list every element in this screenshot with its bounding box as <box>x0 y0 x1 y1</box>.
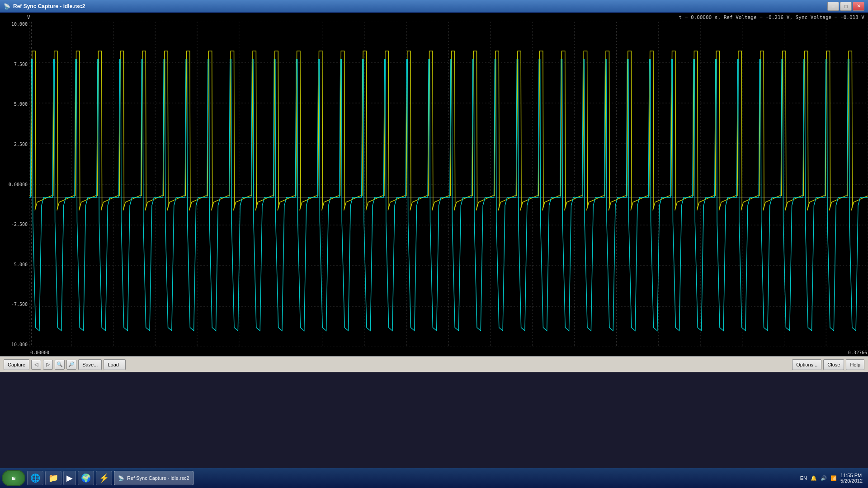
taskbar-right: EN 🔔 🔊 📶 11:55 PM 5/20/2012 <box>800 473 866 483</box>
active-app-label: Ref Sync Capture - idle.rsc2 <box>127 475 189 481</box>
y-min-label: -10.000 <box>9 342 28 347</box>
chrome-icon: 🌍 <box>81 473 91 483</box>
volume-icon: 🔊 <box>821 475 827 481</box>
y-label-n7_5: -7.500 <box>11 302 28 307</box>
maximize-button[interactable]: □ <box>840 2 852 11</box>
active-app-icon: 📡 <box>118 475 124 481</box>
taskbar-explorer-button[interactable]: 📁 <box>45 471 61 485</box>
language-indicator: EN <box>800 475 807 481</box>
zoom-in-mag-button[interactable]: 🔍 <box>55 360 65 370</box>
save-button[interactable]: Save... <box>78 359 102 370</box>
start-button[interactable]: ⊞ <box>2 470 25 486</box>
load-button[interactable]: Load . <box>104 359 126 370</box>
zoom-out-mag-button[interactable]: 🔎 <box>66 360 76 370</box>
waveform-canvas <box>29 22 868 347</box>
clock: 11:55 PM 5/20/2012 <box>840 473 863 483</box>
options-button[interactable]: Options... <box>792 359 821 370</box>
minimize-button[interactable]: – <box>827 2 839 11</box>
toolbar: Capture ◁ ▷ 🔍 🔎 Save... Load . Options..… <box>0 356 868 372</box>
title-bar-controls: – □ ✕ <box>827 2 864 11</box>
media-icon: ▶ <box>66 473 73 483</box>
x-axis: 0.00000 0.32766 <box>29 350 868 355</box>
taskbar-media-button[interactable]: ▶ <box>63 471 76 485</box>
toolbar-right: Options... Close Help <box>792 359 864 370</box>
y-zero-label: 0.00000 <box>9 182 28 187</box>
scope-y-unit-label: V <box>27 14 30 20</box>
taskbar-chrome-button[interactable]: 🌍 <box>78 471 94 485</box>
window-title: Ref Sync Capture - idle.rsc2 <box>13 3 85 9</box>
app-taskbar-icon: ⚡ <box>99 473 109 483</box>
network-icon: 📶 <box>830 475 837 481</box>
waveform-area <box>29 22 868 347</box>
x-min-label: 0.00000 <box>30 350 49 355</box>
start-icon: ⊞ <box>12 476 15 481</box>
time-display: 11:55 PM <box>840 473 863 478</box>
y-label-7: 7.500 <box>14 62 28 67</box>
date-display: 5/20/2012 <box>840 478 863 483</box>
close-button[interactable]: Close <box>823 359 844 370</box>
zoom-out-button[interactable]: ◁ <box>31 360 41 370</box>
y-label-n2_5: -2.500 <box>11 222 28 227</box>
taskbar: ⊞ 🌐 📁 ▶ 🌍 ⚡ 📡 Ref Sync Capture - idle.rs… <box>0 468 868 488</box>
scope-display: V t = 0.00000 s, Ref Voltage = -0.216 V,… <box>0 13 868 356</box>
notification-icon: 🔔 <box>811 475 817 481</box>
y-label-2_5: 2.500 <box>14 142 28 147</box>
taskbar-app-button[interactable]: ⚡ <box>96 471 112 485</box>
x-max-label: 0.32766 <box>848 350 867 355</box>
help-button[interactable]: Help <box>846 359 864 370</box>
capture-button[interactable]: Capture <box>4 359 29 370</box>
y-label-5: 5.000 <box>14 102 28 107</box>
y-label-n5: -5.000 <box>11 262 28 267</box>
zoom-in-button[interactable]: ▷ <box>43 360 53 370</box>
taskbar-ie-button[interactable]: 🌐 <box>27 471 43 485</box>
explorer-icon: 📁 <box>48 473 58 483</box>
y-axis: 10.000 7.500 5.000 2.500 0.00000 -2.500 … <box>0 22 29 347</box>
app-icon: 📡 <box>4 3 10 9</box>
ie-icon: 🌐 <box>30 473 40 483</box>
title-bar-left: 📡 Ref Sync Capture - idle.rsc2 <box>4 3 85 9</box>
scope-cursor-info: t = 0.00000 s, Ref Voltage = -0.216 V, S… <box>679 14 864 20</box>
active-window-taskbar-button[interactable]: 📡 Ref Sync Capture - idle.rsc2 <box>114 471 193 485</box>
y-max-label: 10.000 <box>11 22 28 27</box>
window-close-button[interactable]: ✕ <box>853 2 864 11</box>
title-bar: 📡 Ref Sync Capture - idle.rsc2 – □ ✕ <box>0 0 868 13</box>
